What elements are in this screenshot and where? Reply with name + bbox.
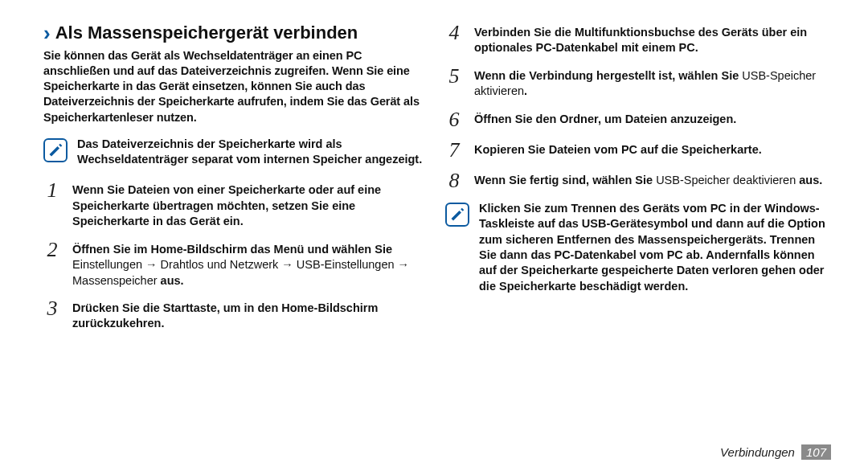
step-text: Drücken Sie die Starttaste, um in den Ho… bbox=[72, 298, 428, 332]
step-5: 5 Wenn die Verbindung hergestellt ist, w… bbox=[445, 66, 829, 100]
bold-run: Wenn Sie fertig sind, wählen Sie bbox=[474, 174, 656, 186]
step-4: 4 Verbinden Sie die Multifunktionsbuchse… bbox=[445, 23, 829, 56]
right-column: 4 Verbinden Sie die Multifunktionsbuchse… bbox=[445, 23, 829, 342]
step-text: Verbinden Sie die Multifunktionsbuchse d… bbox=[474, 23, 829, 56]
page-content: › Als Massenspeichergerät verbinden Sie … bbox=[0, 0, 868, 358]
step-2: 2 Öffnen Sie im Home-Bildschirm das Menü… bbox=[43, 240, 428, 289]
left-column: › Als Massenspeichergerät verbinden Sie … bbox=[43, 23, 428, 342]
note-icon bbox=[445, 203, 469, 227]
note-left: Das Dateiverzeichnis der Speicherkarte w… bbox=[43, 137, 428, 168]
bold-run: . bbox=[524, 84, 527, 97]
step-8: 8 Wenn Sie fertig sind, wählen Sie USB-S… bbox=[445, 170, 829, 191]
page-footer: Verbindungen 107 bbox=[720, 444, 831, 460]
note-right-text: Klicken Sie zum Trennen des Geräts vom P… bbox=[479, 201, 829, 295]
bold-run: aus. bbox=[161, 274, 184, 287]
light-run: Einstellungen → Drahtlos und Netzwerk → … bbox=[72, 258, 409, 286]
bold-run: Wenn die Verbindung hergestellt ist, wäh… bbox=[474, 69, 742, 82]
bold-run: aus. bbox=[799, 174, 822, 186]
step-number: 7 bbox=[445, 140, 463, 161]
step-text: Öffnen Sie den Ordner, um Dateien anzuze… bbox=[474, 109, 736, 127]
steps-right: 4 Verbinden Sie die Multifunktionsbuchse… bbox=[445, 23, 829, 191]
step-number: 2 bbox=[43, 240, 61, 260]
step-number: 1 bbox=[43, 180, 61, 201]
chevron-right-icon: › bbox=[43, 23, 51, 43]
step-text: Wenn Sie fertig sind, wählen Sie USB-Spe… bbox=[474, 170, 822, 188]
step-3: 3 Drücken Sie die Starttaste, um in den … bbox=[43, 298, 428, 332]
step-number: 8 bbox=[445, 170, 463, 191]
steps-left: 1 Wenn Sie Dateien von einer Speicherkar… bbox=[43, 180, 428, 331]
footer-section-label: Verbindungen bbox=[720, 445, 795, 459]
step-text: Wenn Sie Dateien von einer Speicherkarte… bbox=[72, 180, 428, 229]
section-heading: › Als Massenspeichergerät verbinden bbox=[43, 23, 428, 43]
step-7: 7 Kopieren Sie Dateien vom PC auf die Sp… bbox=[445, 140, 829, 161]
note-left-text: Das Dateiverzeichnis der Speicherkarte w… bbox=[77, 137, 428, 168]
intro-paragraph: Sie können das Gerät als Wechseldatenträ… bbox=[43, 48, 428, 125]
step-number: 3 bbox=[43, 298, 61, 319]
bold-run: Öffnen Sie im Home-Bildschirm das Menü u… bbox=[72, 243, 392, 256]
step-6: 6 Öffnen Sie den Ordner, um Dateien anzu… bbox=[445, 109, 829, 130]
step-text: Öffnen Sie im Home-Bildschirm das Menü u… bbox=[72, 240, 428, 289]
heading-text: Als Massenspeichergerät verbinden bbox=[55, 23, 358, 43]
step-1: 1 Wenn Sie Dateien von einer Speicherkar… bbox=[43, 180, 428, 229]
light-run: USB-Speicher deaktivieren bbox=[656, 174, 799, 186]
note-icon bbox=[43, 138, 68, 162]
pencil-icon bbox=[47, 142, 63, 158]
step-text: Kopieren Sie Dateien vom PC auf die Spei… bbox=[474, 140, 762, 158]
step-text: Wenn die Verbindung hergestellt ist, wäh… bbox=[474, 66, 829, 100]
step-number: 6 bbox=[445, 109, 463, 130]
step-number: 5 bbox=[445, 66, 463, 87]
page-number: 107 bbox=[801, 444, 831, 460]
step-number: 4 bbox=[445, 23, 463, 43]
note-right: Klicken Sie zum Trennen des Geräts vom P… bbox=[445, 201, 829, 295]
pencil-icon bbox=[449, 207, 465, 223]
